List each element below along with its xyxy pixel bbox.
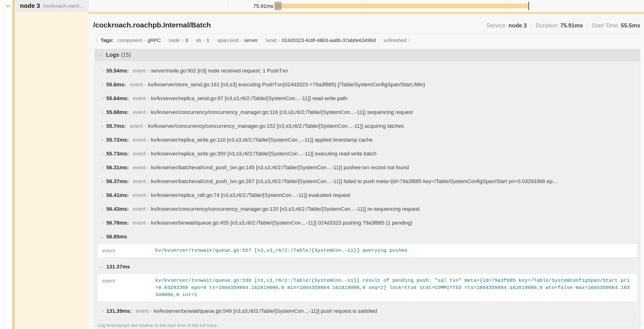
log-value: kv/kvserver/replica_write.go:359 [n3,s3,… [151,151,376,157]
log-timestamp: 56.37ms: [106,178,129,184]
equals-sign: = [147,110,150,115]
log-value: kv/kvserver/store_send.go:161 [n3,s3] ex… [148,82,425,88]
log-value: kv/kvserver/concurrency/concurrency_mana… [148,123,404,129]
log-value: kv/kvserver/replica_send.go:97 [n3,s3,r6… [151,95,348,102]
tag-key: txnid [266,38,276,43]
log-key: event [133,220,146,226]
span-service-name[interactable]: node 3 [20,2,40,10]
logs-header[interactable]: Logs (15) [95,49,640,61]
log-timestamp: 55.73ms: [106,151,129,157]
log-value: kv/kvserver/txnwait/queue.go:549 [n3,s3,… [154,308,377,314]
tag-key: unfinished [384,38,406,43]
chevron-right-icon [100,194,103,197]
log-row-expanded[interactable]: 56.85ms [95,230,640,244]
log-row[interactable]: 55.72ms:event=kv/kvserver/replica_write.… [95,133,640,147]
log-timestamp: 56.85ms [106,234,127,240]
log-marker-tick [275,2,275,10]
trace-viewer: node 3 /cockroach.roach… 75.91ms /cockro… [0,0,644,329]
span-accent-bar [13,0,14,329]
span-operation-name[interactable]: /cockroach.roach… [43,3,84,9]
equals-sign: = [147,207,150,212]
log-timestamp: 55.64ms: [106,95,129,102]
chevron-right-icon [100,125,103,128]
log-row[interactable]: 55.73ms:event=kv/kvserver/replica_write.… [95,147,640,161]
logs-body: 55.54ms:event=server/node.go:902 [n3] no… [95,61,640,329]
log-timestamp: 56.41ms: [106,192,129,198]
logs-title: Logs [106,52,119,58]
equals-sign: = [144,38,146,43]
tag-value: server [244,38,258,43]
tags-label: Tags: [100,38,114,43]
chevron-right-icon [100,70,103,72]
selected-span-highlight-column [14,12,88,329]
meta-value: 75.91ms [560,22,583,28]
equals-sign: = [150,309,152,314]
log-row-expanded[interactable]: 131.37ms [95,260,640,274]
log-detail-table: event kv/kvserver/txnwait/queue.go:557 [… [97,244,638,258]
log-row[interactable]: 55.64ms:event=kv/kvserver/replica_send.g… [95,92,640,106]
chevron-right-icon [100,138,103,142]
log-row[interactable]: 55.54ms:event=server/node.go:902 [n3] no… [95,64,640,78]
chevron-down-icon [100,235,103,238]
log-row[interactable]: 56.37ms:event=kv/kvserver/batcheval/cmd_… [95,174,640,188]
span-duration-bar[interactable] [275,4,529,8]
log-timestamp: 55.68ms: [106,109,129,116]
equals-sign: = [147,96,150,101]
log-row[interactable]: 56.43ms:event=kv/kvserver/concurrency/co… [95,202,640,216]
meta-label: Duration: [536,22,559,28]
equals-sign: = [147,179,150,184]
tag-key: span.kind [217,38,238,43]
log-value: kv/kvserver/batcheval/cmd_push_txn.go:14… [151,164,409,171]
log-key: event [130,82,143,88]
log-row[interactable]: 56.41ms:event=kv/kvserver/replica_raft.g… [95,188,640,202]
logs-section: Logs (15) 55.54ms:event=server/node.go:9… [94,49,640,329]
chevron-right-icon [100,111,103,114]
selected-span-top-strip [88,12,644,14]
timeline-gridline [228,0,228,12]
span-detail-meta: Service:node 3 Duration:75.91ms Start Ti… [486,22,640,29]
equals-sign: = [408,38,410,43]
log-row[interactable]: 55.7ms:event=kv/kvserver/concurrency/con… [95,119,640,133]
chevron-right-icon [100,222,103,224]
tree-indent-guide [4,0,4,329]
span-timeline-row[interactable]: 75.91ms [88,0,644,12]
tag-value: 024d3323-6c8f-4863-aa8b-37ab0e63496d [282,38,376,43]
log-row[interactable]: 56.78ms:event=kv/kvserver/txnwait/queue.… [95,216,640,230]
tag-unfinished: unfinished= [380,38,416,43]
equals-sign: = [240,38,243,43]
log-key: event [133,178,146,184]
log-timestamp: 56.31ms: [106,164,129,171]
meta-service: Service:node 3 [486,22,527,29]
meta-duration: Duration:75.91ms [531,22,583,29]
log-timestamp: 55.7ms: [106,123,126,129]
log-row[interactable]: 55.68ms:event=kv/kvserver/concurrency/co… [95,106,640,119]
equals-sign: = [147,193,150,198]
tag-key: component [117,38,142,43]
chevron-right-icon [100,152,103,156]
log-key: event [133,206,146,212]
tag-value: 1 [207,38,210,43]
equals-sign: = [147,152,150,156]
chevron-right-icon [100,180,103,183]
log-row[interactable]: 55.6ms:event=kv/kvserver/store_send.go:1… [95,78,640,92]
log-value: kv/kvserver/concurrency/concurrency_mana… [151,206,420,212]
log-marker-tick [281,2,281,10]
collapse-span-chevron-down-icon[interactable] [6,3,10,8]
log-marker-tick [280,2,280,10]
equals-sign: = [147,138,150,142]
chevron-right-icon [100,166,103,169]
log-row[interactable]: 56.31ms:event=kv/kvserver/batcheval/cmd_… [95,161,640,174]
log-row[interactable]: 131.39ms:event=kv/kvserver/txnwait/queue… [95,304,640,318]
log-timestamp: 55.54ms: [106,68,129,74]
equals-sign: = [144,124,147,129]
equals-sign: = [147,68,150,74]
meta-label: Service: [486,22,507,28]
meta-label: Start Time: [592,22,620,28]
tags-row[interactable]: Tags: component=gRPC node=3 sb=1 span.ki… [93,34,640,46]
log-timestamp: 56.43ms: [106,206,129,212]
log-value: kv/kvserver/txnwait/queue.go:557 [n3,s3,… [155,247,632,254]
tag-node: node=3 [165,38,192,43]
span-duration-label: 75.91ms [236,3,274,9]
log-marker-tick [278,2,279,10]
chevron-right-icon [94,39,98,42]
